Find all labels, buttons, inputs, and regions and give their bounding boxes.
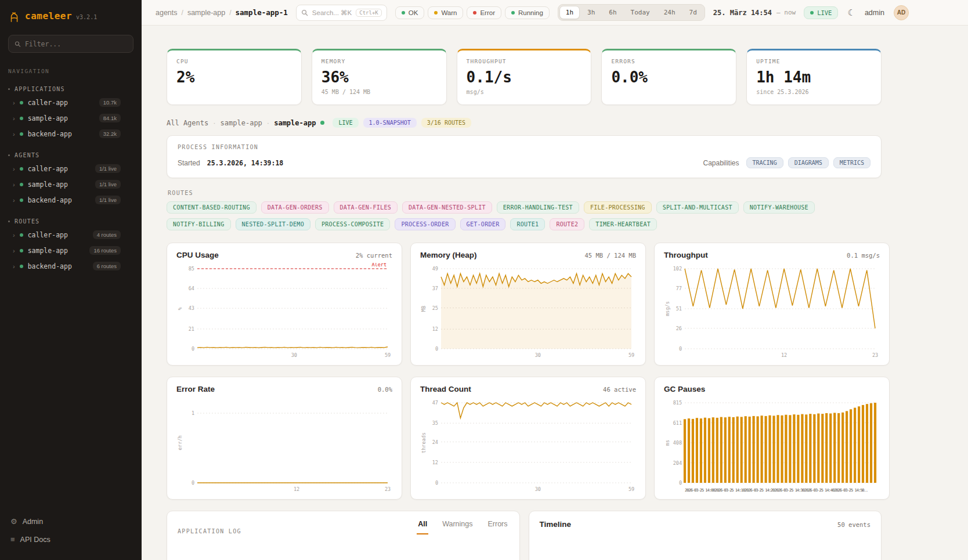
sidebar-item-caller-app[interactable]: ›caller-app10.7k <box>0 95 142 110</box>
range-button-3h[interactable]: 3h <box>581 6 601 19</box>
svg-text:MB: MB <box>421 306 427 312</box>
chart-title: Memory (Heap) <box>420 251 477 259</box>
context-separator: · <box>213 118 215 127</box>
route-chip-nested-split-demo[interactable]: NESTED-SPLIT-DEMO <box>236 218 310 230</box>
range-button-today[interactable]: Today <box>624 6 656 19</box>
sidebar-item-caller-app[interactable]: ›caller-app1/1 live <box>0 161 142 176</box>
log-tabs: AllWarningsErrors <box>417 520 508 534</box>
svg-text:26: 26 <box>676 326 682 331</box>
item-label: backend-app <box>28 262 72 270</box>
route-chip-process-composite[interactable]: PROCESS-COMPOSITE <box>315 218 390 230</box>
bottom-grid: APPLICATION LOG AllWarningsErrors Timeli… <box>167 511 882 560</box>
filter-input[interactable] <box>25 40 127 48</box>
sidebar-footer-label: API Docs <box>20 536 50 544</box>
context-badge-3-16-routes[interactable]: 3/16 ROUTES <box>421 118 471 128</box>
sidebar-item-sample-app[interactable]: ›sample-app16 routes <box>0 243 142 258</box>
avatar[interactable]: AD <box>894 5 909 20</box>
capability-chip-diagrams[interactable]: DIAGRAMS <box>788 157 829 168</box>
range-button-7d[interactable]: 7d <box>683 6 703 19</box>
log-header: APPLICATION LOG AllWarningsErrors <box>178 520 509 534</box>
route-chip-content-based-routing[interactable]: CONTENT-BASED-ROUTING <box>167 201 257 214</box>
search-box[interactable]: Search... ⌘K Ctrl+K <box>296 5 387 21</box>
route-chip-get-order[interactable]: GET-ORDER <box>460 218 506 230</box>
range-button-6h[interactable]: 6h <box>602 6 623 19</box>
chart-canvas-throughput: 02651771021223msg/s <box>664 263 880 360</box>
route-chip-timer-heartbeat[interactable]: TIMER-HEARTBEAT <box>589 218 657 230</box>
filter-chip-running[interactable]: Running <box>505 6 550 19</box>
search-icon <box>15 41 21 48</box>
filter-chip-error[interactable]: Error <box>467 6 501 19</box>
filter-label: Warn <box>441 9 457 16</box>
svg-text:85: 85 <box>189 266 194 272</box>
svg-text:611: 611 <box>673 420 682 426</box>
sidebar-section-header-agents[interactable]: AGENTS <box>0 150 142 161</box>
sidebar-section-header-applications[interactable]: APPLICATIONS <box>0 84 142 95</box>
log-tab-errors[interactable]: Errors <box>486 520 508 534</box>
context-separator: · <box>267 118 269 127</box>
route-chip-data-gen-orders[interactable]: DATA-GEN-ORDERS <box>261 201 329 214</box>
sidebar-item-sample-app[interactable]: ›sample-app84.1k <box>0 110 142 126</box>
item-badge: 4 routes <box>93 230 121 239</box>
sidebar-item-caller-app[interactable]: ›caller-app4 routes <box>0 227 142 243</box>
range-button-1h[interactable]: 1h <box>559 6 580 19</box>
sidebar-item-admin[interactable]: ⚙ Admin <box>8 512 133 530</box>
sidebar-item-backend-app[interactable]: ›backend-app32.2k <box>0 126 142 142</box>
range-button-24h[interactable]: 24h <box>658 6 682 19</box>
chart-card-memory-heap: Memory (Heap)45 MB / 124 MB0122537493059… <box>410 243 646 366</box>
route-chip-file-processing[interactable]: FILE-PROCESSING <box>584 201 652 214</box>
timeline-header: Timeline 50 events <box>540 520 871 529</box>
process-row: Started 25.3.2026, 14:39:18 Capabilities… <box>178 157 871 168</box>
process-started: Started 25.3.2026, 14:39:18 <box>178 159 283 167</box>
process-panel-title: PROCESS INFORMATION <box>178 144 871 150</box>
context-badge-1-0-snapshot[interactable]: 1.0-SNAPSHOT <box>363 118 417 128</box>
context-crumb-sample-app[interactable]: sample-app <box>274 119 316 127</box>
sidebar-sections: APPLICATIONS›caller-app10.7k›sample-app8… <box>0 75 142 274</box>
log-tab-all[interactable]: All <box>417 520 428 534</box>
log-tab-warnings[interactable]: Warnings <box>441 520 474 534</box>
route-chip-notify-warehouse[interactable]: NOTIFY-WAREHOUSE <box>743 201 815 214</box>
route-chip-data-gen-nested-split[interactable]: DATA-GEN-NESTED-SPLIT <box>402 201 492 214</box>
username[interactable]: admin <box>865 9 884 17</box>
sidebar-item-backend-app[interactable]: ›backend-app1/1 live <box>0 192 142 208</box>
live-label: LIVE <box>817 9 832 16</box>
capability-chip-tracing[interactable]: TRACING <box>746 157 783 168</box>
capability-chip-metrics[interactable]: METRICS <box>833 157 871 168</box>
route-chip-process-order[interactable]: PROCESS-ORDER <box>395 218 455 230</box>
svg-text:204: 204 <box>673 460 682 466</box>
svg-text:Alert: Alert <box>371 263 387 268</box>
status-dot <box>20 117 23 120</box>
sidebar-footer-label: Admin <box>23 518 43 526</box>
live-badge[interactable]: LIVE <box>804 6 838 19</box>
svg-text:1: 1 <box>192 410 194 416</box>
sidebar-item-backend-app[interactable]: ›backend-app6 routes <box>0 258 142 274</box>
stat-value: 0.1/s <box>467 68 582 86</box>
sidebar-section-header-routes[interactable]: ROUTES <box>0 216 142 227</box>
route-chip-notify-billing[interactable]: NOTIFY-BILLING <box>167 218 231 230</box>
item-badge: 84.1k <box>99 114 121 122</box>
breadcrumb-sample-app[interactable]: sample-app <box>187 9 225 17</box>
route-chip-error-handling-test[interactable]: ERROR-HANDLING-TEST <box>497 201 579 214</box>
context-badges: LIVE1.0-SNAPSHOT3/16 ROUTES <box>333 118 471 128</box>
sidebar-item-sample-app[interactable]: ›sample-app1/1 live <box>0 176 142 192</box>
route-chip-route1[interactable]: ROUTE1 <box>510 218 545 230</box>
route-chip-split-and-multicast[interactable]: SPLIT-AND-MULTICAST <box>656 201 739 214</box>
svg-text:815: 815 <box>673 400 682 406</box>
status-dot <box>20 265 23 268</box>
context-crumb-sample-app[interactable]: sample-app <box>221 119 262 127</box>
filter-chip-ok[interactable]: OK <box>395 6 425 19</box>
sidebar-filter[interactable] <box>8 35 133 53</box>
chevron-right-icon: › <box>13 131 15 138</box>
capabilities-chips: TRACINGDIAGRAMSMETRICS <box>746 157 871 168</box>
route-chip-data-gen-files[interactable]: DATA-GEN-FILES <box>334 201 398 214</box>
context-crumb-all-agents[interactable]: All Agents <box>167 119 208 127</box>
datetime-display[interactable]: 25. März 14:54 — now <box>713 9 796 17</box>
sidebar-item-api-docs[interactable]: ≡ API Docs <box>8 530 133 548</box>
filter-status-dot <box>473 11 476 15</box>
route-chip-route2[interactable]: ROUTE2 <box>550 218 584 230</box>
dark-mode-toggle[interactable]: ☾ <box>847 8 855 18</box>
context-badge-live[interactable]: LIVE <box>333 118 358 128</box>
stat-sub: since 25.3.2026 <box>756 89 872 95</box>
app-logo[interactable]: cameleer v3.2.1 <box>0 0 142 30</box>
breadcrumb-agents[interactable]: agents <box>156 9 178 17</box>
filter-chip-warn[interactable]: Warn <box>428 6 463 19</box>
